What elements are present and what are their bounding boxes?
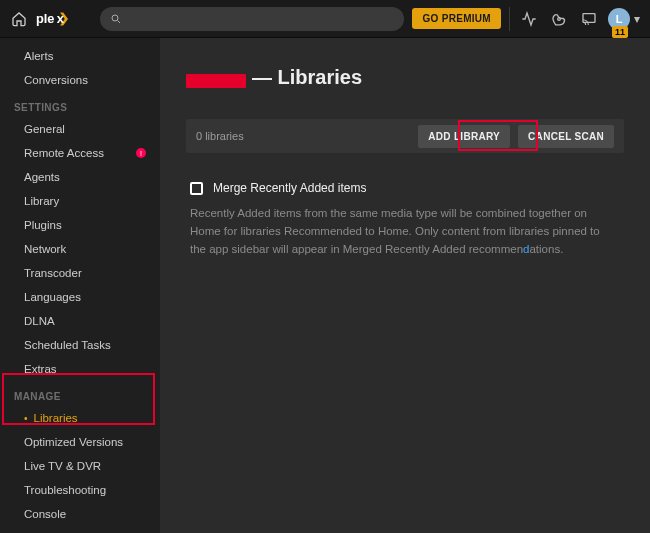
sidebar-item-troubleshooting[interactable]: Troubleshooting bbox=[0, 478, 160, 502]
sidebar-item-label: Conversions bbox=[24, 74, 88, 86]
sidebar-item-label: Library bbox=[24, 195, 59, 207]
sidebar-item-label: Transcoder bbox=[24, 267, 82, 279]
sidebar-item-dlna[interactable]: DLNA bbox=[0, 309, 160, 333]
sidebar-item-general[interactable]: General bbox=[0, 117, 160, 141]
svg-point-4 bbox=[558, 17, 561, 20]
divider bbox=[509, 7, 510, 31]
cast-icon[interactable] bbox=[578, 8, 600, 30]
merge-option-row: Merge Recently Added items bbox=[190, 181, 620, 195]
sidebar-item-extras[interactable]: Extras bbox=[0, 357, 160, 381]
topbar: ple x GO PREMIUM L 11 ▾ bbox=[0, 0, 650, 38]
main-content: — Libraries 0 libraries ADD LIBRARY CANC… bbox=[160, 38, 650, 533]
cancel-scan-button[interactable]: CANCEL SCAN bbox=[518, 125, 614, 148]
sidebar-heading-settings: SETTINGS bbox=[0, 92, 160, 117]
sidebar-item-label: Network bbox=[24, 243, 66, 255]
sidebar-item-label: Remote Access bbox=[24, 147, 104, 159]
sidebar-item-label: Extras bbox=[24, 363, 57, 375]
sidebar-item-label: Console bbox=[24, 508, 66, 520]
plex-logo[interactable]: ple x bbox=[36, 11, 92, 27]
svg-line-3 bbox=[118, 20, 121, 23]
sidebar-item-label: General bbox=[24, 123, 65, 135]
sidebar-heading-manage: MANAGE bbox=[0, 381, 160, 406]
account-menu[interactable]: L 11 ▾ bbox=[608, 8, 640, 30]
sidebar-item-label: Alerts bbox=[24, 50, 53, 62]
sidebar: Alerts Conversions SETTINGS General Remo… bbox=[0, 38, 160, 533]
redacted-server-name bbox=[186, 74, 246, 88]
sidebar-item-plugins[interactable]: Plugins bbox=[0, 213, 160, 237]
svg-text:x: x bbox=[57, 11, 65, 26]
page-title: — Libraries bbox=[186, 66, 624, 89]
svg-rect-5 bbox=[583, 13, 595, 22]
sidebar-item-label: Troubleshooting bbox=[24, 484, 106, 496]
sidebar-item-conversions[interactable]: Conversions bbox=[0, 68, 160, 92]
sidebar-item-label: Plugins bbox=[24, 219, 62, 231]
sidebar-item-label: Live TV & DVR bbox=[24, 460, 101, 472]
sidebar-item-alerts[interactable]: Alerts bbox=[0, 44, 160, 68]
sidebar-item-label: DLNA bbox=[24, 315, 55, 327]
library-toolbar: 0 libraries ADD LIBRARY CANCEL SCAN bbox=[186, 119, 624, 153]
sidebar-item-agents[interactable]: Agents bbox=[0, 165, 160, 189]
alert-dot-icon: ! bbox=[136, 148, 146, 158]
svg-text:ple: ple bbox=[36, 11, 55, 26]
go-premium-button[interactable]: GO PREMIUM bbox=[412, 8, 501, 29]
settings-icon[interactable] bbox=[548, 8, 570, 30]
sidebar-item-scheduled-tasks[interactable]: Scheduled Tasks bbox=[0, 333, 160, 357]
page-title-text: — Libraries bbox=[252, 66, 362, 89]
library-count: 0 libraries bbox=[196, 130, 244, 142]
sidebar-item-transcoder[interactable]: Transcoder bbox=[0, 261, 160, 285]
sidebar-item-network[interactable]: Network bbox=[0, 237, 160, 261]
activity-icon[interactable] bbox=[518, 8, 540, 30]
sidebar-item-live-tv-dvr[interactable]: Live TV & DVR bbox=[0, 454, 160, 478]
merge-label: Merge Recently Added items bbox=[213, 181, 366, 195]
sidebar-item-console[interactable]: Console bbox=[0, 502, 160, 526]
sidebar-item-label: •Libraries bbox=[24, 412, 78, 424]
sidebar-item-label: Scheduled Tasks bbox=[24, 339, 111, 351]
search-input[interactable] bbox=[100, 7, 404, 31]
sidebar-item-optimized-versions[interactable]: Optimized Versions bbox=[0, 430, 160, 454]
sidebar-item-remote-access[interactable]: Remote Access ! bbox=[0, 141, 160, 165]
chevron-down-icon: ▾ bbox=[634, 12, 640, 26]
sidebar-item-plugins-manage[interactable]: Plugins bbox=[0, 526, 160, 533]
sidebar-item-label: Agents bbox=[24, 171, 60, 183]
merge-checkbox[interactable] bbox=[190, 182, 203, 195]
merge-help-text: Recently Added items from the same media… bbox=[190, 205, 610, 258]
home-icon[interactable] bbox=[10, 10, 28, 28]
sidebar-item-languages[interactable]: Languages bbox=[0, 285, 160, 309]
sidebar-item-libraries[interactable]: •Libraries bbox=[0, 406, 160, 430]
sidebar-item-label: Languages bbox=[24, 291, 81, 303]
svg-point-2 bbox=[112, 15, 118, 21]
notification-badge: 11 bbox=[612, 26, 628, 38]
add-library-button[interactable]: ADD LIBRARY bbox=[418, 125, 510, 148]
sidebar-item-library[interactable]: Library bbox=[0, 189, 160, 213]
sidebar-item-label: Optimized Versions bbox=[24, 436, 123, 448]
